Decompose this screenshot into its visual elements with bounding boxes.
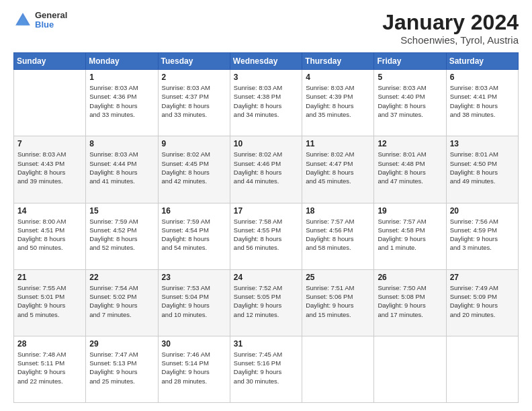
col-header-friday: Friday [374,53,446,70]
week-row-4: 21Sunrise: 7:55 AMSunset: 5:01 PMDayligh… [14,269,519,336]
day-info: Sunrise: 7:45 AMSunset: 5:16 PMDaylight:… [234,350,298,385]
day-info: Sunrise: 7:53 AMSunset: 5:04 PMDaylight:… [162,283,226,319]
day-cell: 3Sunrise: 8:03 AMSunset: 4:38 PMDaylight… [230,70,302,136]
logo: General Blue [13,11,67,30]
day-info: Sunrise: 8:01 AMSunset: 4:48 PMDaylight:… [378,150,442,185]
day-number: 27 [450,273,515,282]
calendar-title: January 2024 [382,11,519,34]
week-row-2: 7Sunrise: 8:03 AMSunset: 4:43 PMDaylight… [14,136,519,203]
day-cell: 20Sunrise: 7:56 AMSunset: 4:59 PMDayligh… [446,203,518,269]
calendar-header: SundayMondayTuesdayWednesdayThursdayFrid… [14,53,519,70]
day-number: 24 [234,273,298,282]
day-number: 11 [306,139,370,148]
day-number: 18 [306,206,370,216]
day-cell: 23Sunrise: 7:53 AMSunset: 5:04 PMDayligh… [158,269,230,336]
logo-line1: General [35,11,67,20]
day-cell [374,336,446,402]
day-info: Sunrise: 7:54 AMSunset: 5:02 PMDaylight:… [89,283,154,319]
day-info: Sunrise: 8:03 AMSunset: 4:38 PMDaylight:… [234,83,298,119]
day-cell [302,336,374,402]
day-cell: 12Sunrise: 8:01 AMSunset: 4:48 PMDayligh… [374,136,446,203]
day-cell: 1Sunrise: 8:03 AMSunset: 4:36 PMDaylight… [86,70,158,136]
day-cell: 17Sunrise: 7:58 AMSunset: 4:55 PMDayligh… [230,203,302,269]
col-header-thursday: Thursday [302,53,374,70]
day-cell [446,336,518,402]
day-info: Sunrise: 8:00 AMSunset: 4:51 PMDaylight:… [17,217,82,253]
day-number: 1 [89,73,154,82]
day-number: 9 [162,139,226,148]
day-number: 23 [162,273,226,282]
day-info: Sunrise: 8:03 AMSunset: 4:41 PMDaylight:… [450,83,515,119]
day-info: Sunrise: 7:55 AMSunset: 5:01 PMDaylight:… [17,283,82,319]
day-cell: 4Sunrise: 8:03 AMSunset: 4:39 PMDaylight… [302,70,374,136]
day-number: 21 [17,273,82,282]
day-info: Sunrise: 8:03 AMSunset: 4:39 PMDaylight:… [306,83,370,119]
day-number: 4 [306,73,370,82]
day-info: Sunrise: 7:49 AMSunset: 5:09 PMDaylight:… [450,283,515,319]
day-cell: 18Sunrise: 7:57 AMSunset: 4:56 PMDayligh… [302,203,374,269]
day-info: Sunrise: 7:57 AMSunset: 4:56 PMDaylight:… [306,217,370,253]
col-header-tuesday: Tuesday [158,53,230,70]
col-header-monday: Monday [86,53,158,70]
day-info: Sunrise: 7:51 AMSunset: 5:06 PMDaylight:… [306,283,370,319]
day-cell: 29Sunrise: 7:47 AMSunset: 5:13 PMDayligh… [86,336,158,402]
col-header-sunday: Sunday [14,53,86,70]
day-info: Sunrise: 8:03 AMSunset: 4:43 PMDaylight:… [17,150,82,185]
day-cell: 24Sunrise: 7:52 AMSunset: 5:05 PMDayligh… [230,269,302,336]
day-cell: 7Sunrise: 8:03 AMSunset: 4:43 PMDaylight… [14,136,86,203]
day-info: Sunrise: 8:03 AMSunset: 4:40 PMDaylight:… [378,83,442,119]
day-number: 5 [378,73,442,82]
day-number: 31 [234,339,298,349]
day-cell: 22Sunrise: 7:54 AMSunset: 5:02 PMDayligh… [86,269,158,336]
day-cell: 14Sunrise: 8:00 AMSunset: 4:51 PMDayligh… [14,203,86,269]
day-info: Sunrise: 8:02 AMSunset: 4:45 PMDaylight:… [162,150,226,185]
day-cell: 2Sunrise: 8:03 AMSunset: 4:37 PMDaylight… [158,70,230,136]
day-info: Sunrise: 8:03 AMSunset: 4:37 PMDaylight:… [162,83,226,119]
day-cell: 9Sunrise: 8:02 AMSunset: 4:45 PMDaylight… [158,136,230,203]
day-info: Sunrise: 7:59 AMSunset: 4:52 PMDaylight:… [89,217,154,253]
day-info: Sunrise: 7:52 AMSunset: 5:05 PMDaylight:… [234,283,298,319]
week-row-3: 14Sunrise: 8:00 AMSunset: 4:51 PMDayligh… [14,203,519,269]
day-cell: 11Sunrise: 8:02 AMSunset: 4:47 PMDayligh… [302,136,374,203]
day-number: 3 [234,73,298,82]
day-number: 6 [450,73,515,82]
day-number: 17 [234,206,298,216]
day-cell: 31Sunrise: 7:45 AMSunset: 5:16 PMDayligh… [230,336,302,402]
day-cell: 8Sunrise: 8:03 AMSunset: 4:44 PMDaylight… [86,136,158,203]
day-number: 25 [306,273,370,282]
day-number: 22 [89,273,154,282]
day-cell: 10Sunrise: 8:02 AMSunset: 4:46 PMDayligh… [230,136,302,203]
day-info: Sunrise: 7:50 AMSunset: 5:08 PMDaylight:… [378,283,442,319]
day-info: Sunrise: 7:48 AMSunset: 5:11 PMDaylight:… [17,350,82,385]
day-number: 30 [162,339,226,349]
day-info: Sunrise: 8:03 AMSunset: 4:36 PMDaylight:… [89,83,154,119]
day-number: 8 [89,139,154,148]
day-number: 13 [450,139,515,148]
logo-line2: Blue [35,20,67,30]
day-cell: 6Sunrise: 8:03 AMSunset: 4:41 PMDaylight… [446,70,518,136]
day-cell: 15Sunrise: 7:59 AMSunset: 4:52 PMDayligh… [86,203,158,269]
day-cell: 21Sunrise: 7:55 AMSunset: 5:01 PMDayligh… [14,269,86,336]
header-row: SundayMondayTuesdayWednesdayThursdayFrid… [14,53,519,70]
day-info: Sunrise: 8:01 AMSunset: 4:50 PMDaylight:… [450,150,515,185]
day-cell: 26Sunrise: 7:50 AMSunset: 5:08 PMDayligh… [374,269,446,336]
calendar-subtitle: Schoenwies, Tyrol, Austria [382,34,519,46]
logo-icon [13,11,32,30]
day-cell: 5Sunrise: 8:03 AMSunset: 4:40 PMDaylight… [374,70,446,136]
calendar-table: SundayMondayTuesdayWednesdayThursdayFrid… [13,52,519,403]
day-info: Sunrise: 7:57 AMSunset: 4:58 PMDaylight:… [378,217,442,253]
day-info: Sunrise: 7:46 AMSunset: 5:14 PMDaylight:… [162,350,226,385]
day-number: 14 [17,206,82,216]
day-number: 7 [17,139,82,148]
day-number: 19 [378,206,442,216]
day-number: 10 [234,139,298,148]
day-info: Sunrise: 8:02 AMSunset: 4:46 PMDaylight:… [234,150,298,185]
week-row-1: 1Sunrise: 8:03 AMSunset: 4:36 PMDaylight… [14,70,519,136]
day-number: 15 [89,206,154,216]
day-cell: 25Sunrise: 7:51 AMSunset: 5:06 PMDayligh… [302,269,374,336]
page: General Blue January 2024 Schoenwies, Ty… [0,0,532,411]
day-info: Sunrise: 7:59 AMSunset: 4:54 PMDaylight:… [162,217,226,253]
day-cell: 16Sunrise: 7:59 AMSunset: 4:54 PMDayligh… [158,203,230,269]
day-number: 29 [89,339,154,349]
title-block: January 2024 Schoenwies, Tyrol, Austria [382,11,519,46]
